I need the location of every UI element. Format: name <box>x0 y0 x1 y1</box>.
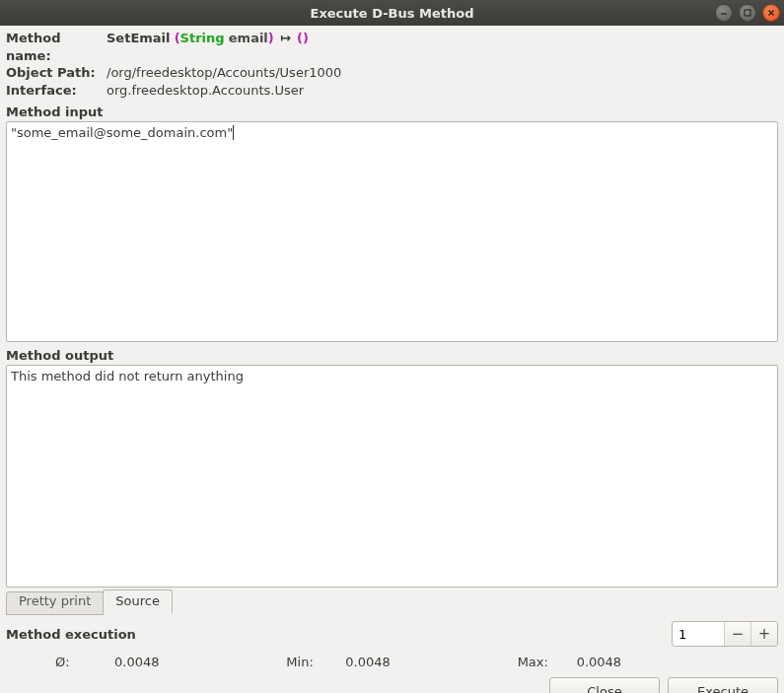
window-title: Execute D-Bus Method <box>0 6 784 21</box>
method-signature: SetEmail (String email) ↦ () <box>107 30 309 47</box>
interface-label: Interface: <box>6 82 107 100</box>
min-label: Min: <box>286 655 345 669</box>
object-path-value: /org/freedesktop/Accounts/User1000 <box>107 64 341 82</box>
method-name-label: Method name: <box>6 30 107 64</box>
max-value: 0.0048 <box>577 655 748 669</box>
avg-value: 0.0048 <box>114 655 286 669</box>
method-input-textarea[interactable]: "some_email@some_domain.com" <box>6 121 778 342</box>
execution-stats: Ø: 0.0048 Min: 0.0048 Max: 0.0048 <box>6 655 778 669</box>
execution-count-input[interactable] <box>673 622 724 646</box>
increment-button[interactable]: + <box>750 622 777 646</box>
decrement-button[interactable]: − <box>724 622 750 646</box>
minimize-button[interactable] <box>715 4 733 22</box>
min-value: 0.0048 <box>345 655 517 669</box>
maximize-button[interactable] <box>739 4 756 22</box>
tab-pretty-print[interactable]: Pretty print <box>6 591 104 615</box>
method-input-label: Method input <box>6 104 778 119</box>
close-window-button[interactable] <box>762 4 780 22</box>
dialog-actions: Close Execute <box>6 677 778 693</box>
execute-button[interactable]: Execute <box>668 677 778 693</box>
execution-count-spinner: − + <box>672 621 778 647</box>
method-output-textarea[interactable]: This method did not return anything <box>6 365 778 588</box>
close-button[interactable]: Close <box>549 677 660 693</box>
window-controls <box>715 0 780 26</box>
interface-value: org.freedesktop.Accounts.User <box>107 82 304 100</box>
method-info: Method name: SetEmail (String email) ↦ (… <box>6 30 778 99</box>
method-output-label: Method output <box>6 348 778 363</box>
output-tabs: Pretty print Source <box>6 589 778 613</box>
tab-source[interactable]: Source <box>103 589 173 613</box>
method-execution-label: Method execution <box>6 627 672 642</box>
titlebar: Execute D-Bus Method <box>0 0 784 26</box>
max-label: Max: <box>518 655 577 669</box>
avg-label: Ø: <box>55 655 114 669</box>
object-path-label: Object Path: <box>6 64 107 82</box>
svg-rect-1 <box>745 10 750 16</box>
